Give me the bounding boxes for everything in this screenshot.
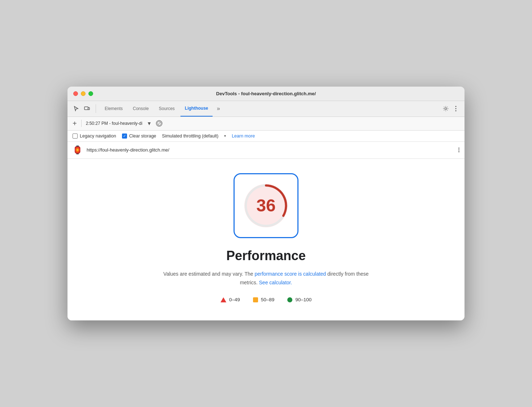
timestamp-dropdown[interactable]: ▼ <box>147 121 152 126</box>
tab-console[interactable]: Console <box>128 101 153 117</box>
url-more-options-icon[interactable] <box>458 148 459 152</box>
block-icon[interactable] <box>156 120 162 127</box>
perf-score-link[interactable]: performance score is calculated <box>254 271 326 277</box>
more-tabs-button[interactable]: » <box>214 105 223 112</box>
clear-storage-checkbox[interactable]: ✓ Clear storage <box>122 134 156 139</box>
tab-sources[interactable]: Sources <box>154 101 179 117</box>
window-title: DevTools - foul-heavenly-direction.glitc… <box>216 91 316 96</box>
svg-point-5 <box>455 110 457 111</box>
performance-description: Values are estimated and may vary. The p… <box>161 270 371 287</box>
svg-line-7 <box>158 122 161 125</box>
poor-icon <box>221 297 226 302</box>
maximize-button[interactable] <box>88 91 93 96</box>
good-range: 90–100 <box>295 297 311 302</box>
score-gauge: 36 <box>234 173 298 238</box>
toolbar-divider <box>81 120 82 127</box>
gauge-inner: 36 <box>241 180 291 231</box>
good-icon <box>287 297 292 302</box>
devtools-window: DevTools - foul-heavenly-direction.glitc… <box>67 87 465 321</box>
toolbar: + 2:50:27 PM - foul-heavenly-di ▼ <box>67 117 465 131</box>
url-text: https://foul-heavenly-direction.glitch.m… <box>87 147 454 153</box>
main-content: 36 Performance Values are estimated and … <box>67 159 465 321</box>
svg-point-3 <box>455 106 457 107</box>
throttling-dropdown-arrow[interactable]: ▾ <box>224 134 226 138</box>
legend: 0–49 50–89 90–100 <box>221 297 312 302</box>
svg-point-2 <box>445 108 446 110</box>
clear-storage-check-icon[interactable]: ✓ <box>122 134 127 139</box>
svg-rect-1 <box>88 108 90 110</box>
options-bar: Legacy navigation ✓ Clear storage Simula… <box>67 131 465 142</box>
tab-lighthouse[interactable]: Lighthouse <box>180 101 213 117</box>
tab-bar: Elements Console Sources Lighthouse » <box>67 101 465 117</box>
legend-item-good: 90–100 <box>287 297 311 302</box>
cursor-icon[interactable] <box>72 104 80 113</box>
description-before: Values are estimated and may vary. The <box>163 271 255 277</box>
minimize-button[interactable] <box>81 91 86 96</box>
average-icon <box>253 297 258 302</box>
legacy-navigation-label: Legacy navigation <box>80 134 116 139</box>
learn-more-link[interactable]: Learn more <box>232 134 255 139</box>
svg-rect-0 <box>84 107 88 110</box>
url-bar: 🏮 https://foul-heavenly-direction.glitch… <box>67 142 465 159</box>
close-button[interactable] <box>73 91 78 96</box>
throttling-label: Simulated throttling (default) <box>162 134 218 139</box>
legend-item-poor: 0–49 <box>221 297 240 302</box>
legacy-navigation-checkbox[interactable]: Legacy navigation <box>73 134 116 139</box>
title-bar: DevTools - foul-heavenly-direction.glitc… <box>67 87 465 101</box>
lighthouse-logo-icon: 🏮 <box>73 145 82 155</box>
performance-title: Performance <box>226 248 306 263</box>
legacy-navigation-check-icon[interactable] <box>73 134 78 139</box>
settings-icon[interactable] <box>441 104 450 113</box>
clear-storage-label: Clear storage <box>129 134 156 139</box>
add-button[interactable]: + <box>73 120 77 127</box>
average-range: 50–89 <box>261 297 275 302</box>
legend-item-average: 50–89 <box>253 297 275 302</box>
calculator-link[interactable]: See calculator. <box>259 280 292 285</box>
device-toggle-icon[interactable] <box>83 104 91 113</box>
traffic-lights <box>73 91 93 96</box>
devtools-icon-group <box>72 104 96 113</box>
performance-score: 36 <box>256 196 275 215</box>
svg-point-4 <box>455 108 457 109</box>
tab-elements[interactable]: Elements <box>100 101 127 117</box>
poor-range: 0–49 <box>229 297 240 302</box>
more-options-icon[interactable] <box>452 104 460 113</box>
timestamp-label: 2:50:27 PM - foul-heavenly-di <box>86 121 143 126</box>
